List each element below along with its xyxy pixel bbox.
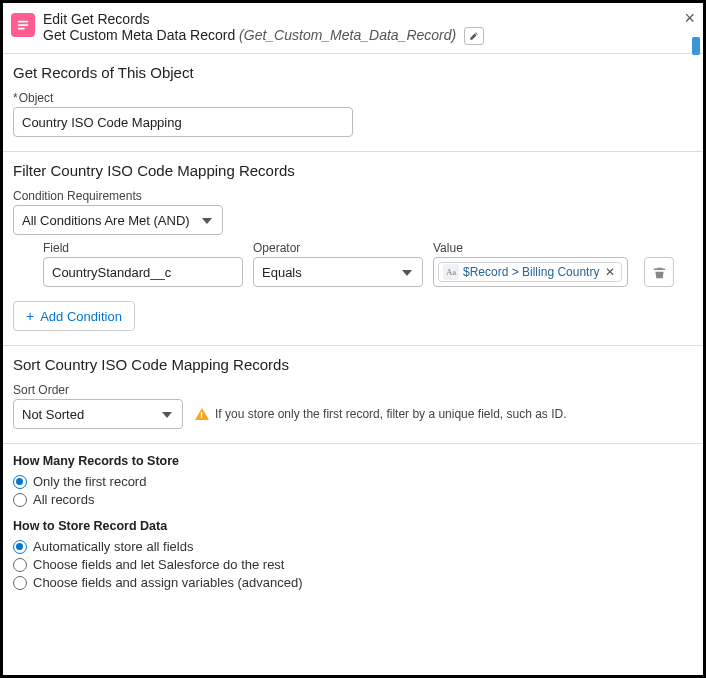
object-section-title: Get Records of This Object: [13, 64, 693, 81]
radio-auto-store-label: Automatically store all fields: [33, 539, 193, 554]
filter-section: Filter Country ISO Code Mapping Records …: [3, 152, 703, 345]
how-many-title: How Many Records to Store: [13, 454, 693, 468]
radio-only-first-label: Only the first record: [33, 474, 146, 489]
sort-section: Sort Country ISO Code Mapping Records So…: [3, 346, 703, 443]
element-api-name: (Get_Custom_Meta_Data_Record): [239, 27, 456, 43]
plus-icon: +: [26, 309, 34, 323]
svg-rect-2: [18, 28, 25, 30]
condition-requirements-label: Condition Requirements: [13, 189, 693, 203]
value-label: Value: [433, 241, 628, 255]
radio-choose-rest[interactable]: [13, 558, 27, 572]
svg-rect-1: [18, 24, 29, 26]
radio-choose-advanced-label: Choose fields and assign variables (adva…: [33, 575, 303, 590]
get-records-icon: [11, 13, 35, 37]
value-pill[interactable]: Aa $Record > Billing Country ✕: [438, 262, 622, 282]
sort-warning-text: If you store only the first record, filt…: [215, 407, 567, 421]
add-condition-button[interactable]: + Add Condition: [13, 301, 135, 331]
object-label: Object: [13, 91, 693, 105]
condition-requirements-select[interactable]: All Conditions Are Met (AND): [13, 205, 223, 235]
operator-select[interactable]: Equals: [253, 257, 423, 287]
remove-value-icon[interactable]: ✕: [605, 265, 615, 279]
dialog-header: Edit Get Records Get Custom Meta Data Re…: [3, 3, 703, 53]
value-input[interactable]: Aa $Record > Billing Country ✕: [433, 257, 628, 287]
radio-all-records[interactable]: [13, 493, 27, 507]
close-button[interactable]: ×: [684, 9, 695, 27]
object-section: Get Records of This Object Object Countr…: [3, 54, 703, 151]
store-section: How Many Records to Store Only the first…: [3, 444, 703, 607]
element-label: Get Custom Meta Data Record: [43, 27, 235, 43]
how-store-title: How to Store Record Data: [13, 519, 693, 533]
filter-section-title: Filter Country ISO Code Mapping Records: [13, 162, 693, 179]
operator-label: Operator: [253, 241, 423, 255]
scrollbar-thumb[interactable]: [692, 37, 700, 55]
delete-condition-button[interactable]: [644, 257, 674, 287]
field-input[interactable]: CountryStandard__c: [43, 257, 243, 287]
radio-choose-advanced[interactable]: [13, 576, 27, 590]
edit-name-button[interactable]: [464, 27, 484, 45]
text-type-icon: Aa: [443, 264, 459, 280]
radio-only-first[interactable]: [13, 475, 27, 489]
svg-rect-0: [18, 21, 29, 23]
radio-auto-store[interactable]: [13, 540, 27, 554]
warning-icon: [195, 408, 209, 420]
sort-order-select[interactable]: Not Sorted: [13, 399, 183, 429]
dialog-title: Edit Get Records: [43, 11, 691, 27]
sort-section-title: Sort Country ISO Code Mapping Records: [13, 356, 693, 373]
radio-choose-rest-label: Choose fields and let Salesforce do the …: [33, 557, 284, 572]
radio-all-records-label: All records: [33, 492, 94, 507]
object-input[interactable]: Country ISO Code Mapping: [13, 107, 353, 137]
sort-order-label: Sort Order: [13, 383, 693, 397]
field-label: Field: [43, 241, 243, 255]
